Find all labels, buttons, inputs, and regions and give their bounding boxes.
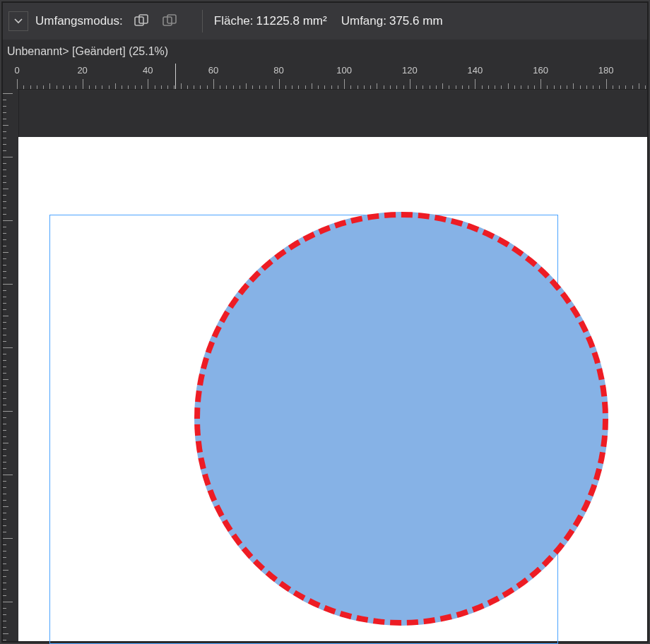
document-tab-bar[interactable]: Unbenannt> [Geändert] (25.1%): [3, 40, 647, 64]
area-label: Fläche:: [214, 14, 254, 28]
canvas[interactable]: [18, 137, 647, 641]
ruler-label: 140: [468, 65, 483, 76]
overlap-squares-alt-icon: [162, 14, 177, 28]
perimeter-mode-icons: [130, 10, 181, 32]
tool-dropdown[interactable]: [8, 11, 28, 31]
area-value: 11225.8 mm²: [256, 14, 327, 28]
ruler-cursor-marker: [175, 64, 176, 89]
ruler-label: 0: [14, 65, 19, 76]
ruler-label: 60: [208, 65, 218, 76]
ruler-label: 20: [77, 65, 87, 76]
mode-union-button[interactable]: [130, 10, 153, 32]
toolbar-separator: [202, 10, 203, 32]
ruler-label: 40: [143, 65, 153, 76]
horizontal-ruler[interactable]: 020406080100120140160180: [3, 64, 647, 89]
chevron-down-icon: [14, 18, 23, 24]
ruler-label: 80: [273, 65, 283, 76]
vertical-ruler[interactable]: [3, 89, 19, 641]
document-tab-title: Unbenannt> [Geändert] (25.1%): [7, 45, 168, 58]
ruler-label: 120: [402, 65, 418, 76]
ruler-label: 160: [533, 65, 548, 76]
ruler-label: 180: [598, 65, 614, 76]
perimeter-value: 375.6 mm: [389, 14, 443, 28]
ellipse-shape[interactable]: [194, 212, 608, 626]
ruler-label: 100: [336, 65, 352, 76]
options-bar: Umfangsmodus: Fläche: 11225.8 mm² Umfang…: [3, 3, 647, 40]
pasteboard-top: [3, 89, 647, 138]
overlap-squares-icon: [134, 14, 149, 28]
mode-subtract-button[interactable]: [158, 10, 181, 32]
perimeter-mode-label: Umfangsmodus:: [35, 14, 123, 28]
perimeter-label: Umfang:: [341, 14, 386, 28]
